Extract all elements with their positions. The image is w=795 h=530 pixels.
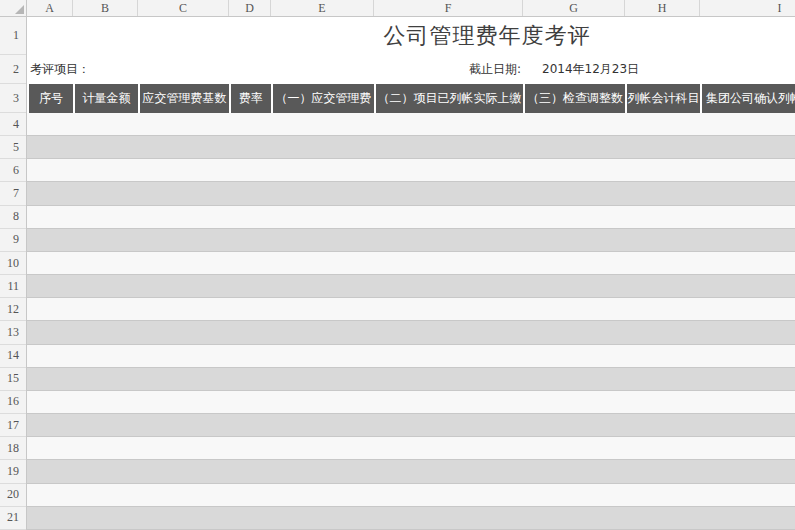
row-header-4[interactable]: 4 — [0, 113, 26, 136]
row-header-12[interactable]: 12 — [0, 298, 26, 321]
row-header-21[interactable]: 21 — [0, 507, 26, 530]
spreadsheet: ABCDEFGHI 123456789101112131415161718192… — [0, 0, 795, 530]
table-row[interactable] — [27, 460, 795, 483]
column-header-bar: ABCDEFGHI — [0, 0, 795, 17]
row-header-1[interactable]: 1 — [0, 17, 26, 55]
deadline-value[interactable]: 2014年12月23日 — [542, 55, 639, 84]
row-header-3[interactable]: 3 — [0, 84, 26, 113]
row-header-6[interactable]: 6 — [0, 159, 26, 182]
table-row[interactable] — [27, 391, 795, 414]
row-header-11[interactable]: 11 — [0, 275, 26, 298]
table-header-cell[interactable]: 集团公司确认列帐 — [702, 84, 795, 113]
column-header-D[interactable]: D — [229, 0, 271, 16]
table-row[interactable] — [27, 182, 795, 205]
table-row[interactable] — [27, 113, 795, 136]
table-header-row: 序号计量金额应交管理费基数费率（一）应交管理费（二）项目已列帐实际上缴（三）检查… — [27, 84, 795, 113]
row-header-16[interactable]: 16 — [0, 391, 26, 414]
row-header-13[interactable]: 13 — [0, 321, 26, 344]
table-row[interactable] — [27, 414, 795, 437]
table-header-cell[interactable]: 计量金额 — [75, 84, 138, 113]
deadline-label[interactable]: 截止日期: — [374, 55, 521, 84]
table-row[interactable] — [27, 252, 795, 275]
sheet-content: 公司管理费年度考评 考评项目： 截止日期: 2014年12月23日 序号计量金额… — [27, 17, 795, 530]
column-header-E[interactable]: E — [271, 0, 374, 16]
table-row[interactable] — [27, 368, 795, 391]
column-header-H[interactable]: H — [625, 0, 700, 16]
column-header-B[interactable]: B — [73, 0, 138, 16]
row-header-8[interactable]: 8 — [0, 206, 26, 229]
table-row[interactable] — [27, 136, 795, 159]
row-header-5[interactable]: 5 — [0, 136, 26, 159]
table-row[interactable] — [27, 206, 795, 229]
column-header-G[interactable]: G — [523, 0, 625, 16]
table-row[interactable] — [27, 298, 795, 321]
row-header-15[interactable]: 15 — [0, 368, 26, 391]
table-header-cell[interactable]: 序号 — [29, 84, 73, 113]
row-header-bar: 123456789101112131415161718192021 — [0, 17, 27, 530]
row-header-9[interactable]: 9 — [0, 229, 26, 252]
table-header-cell[interactable]: 费率 — [231, 84, 271, 113]
row-header-10[interactable]: 10 — [0, 252, 26, 275]
column-header-I[interactable]: I — [700, 0, 795, 16]
row-header-7[interactable]: 7 — [0, 182, 26, 205]
table-row[interactable] — [27, 275, 795, 298]
select-all-triangle-icon — [15, 5, 24, 14]
table-header-cell[interactable]: 应交管理费基数 — [140, 84, 229, 113]
column-letters: ABCDEFGHI — [27, 0, 795, 16]
column-header-C[interactable]: C — [138, 0, 229, 16]
column-header-F[interactable]: F — [374, 0, 523, 16]
row-header-2[interactable]: 2 — [0, 55, 26, 84]
row-header-18[interactable]: 18 — [0, 437, 26, 460]
table-header-cell[interactable]: 列帐会计科目 — [627, 84, 700, 113]
table-row[interactable] — [27, 229, 795, 252]
sheet-title[interactable]: 公司管理费年度考评 — [27, 17, 795, 55]
table-row[interactable] — [27, 484, 795, 507]
table-row[interactable] — [27, 345, 795, 368]
table-row[interactable] — [27, 321, 795, 344]
table-row[interactable] — [27, 437, 795, 460]
table-row[interactable] — [27, 507, 795, 530]
row-header-17[interactable]: 17 — [0, 414, 26, 437]
table-body — [27, 113, 795, 530]
table-header-cell[interactable]: （三）检查调整数 — [525, 84, 625, 113]
title-row: 公司管理费年度考评 — [27, 17, 795, 55]
select-all-corner[interactable] — [0, 0, 27, 16]
table-row[interactable] — [27, 159, 795, 182]
info-row: 考评项目： 截止日期: 2014年12月23日 — [27, 55, 795, 84]
row-header-14[interactable]: 14 — [0, 345, 26, 368]
row-header-20[interactable]: 20 — [0, 484, 26, 507]
table-header-cell[interactable]: （二）项目已列帐实际上缴 — [376, 84, 523, 113]
assessment-item-label[interactable]: 考评项目： — [30, 55, 90, 84]
table-header-cell[interactable]: （一）应交管理费 — [273, 84, 374, 113]
column-header-A[interactable]: A — [27, 0, 73, 16]
row-header-19[interactable]: 19 — [0, 460, 26, 483]
